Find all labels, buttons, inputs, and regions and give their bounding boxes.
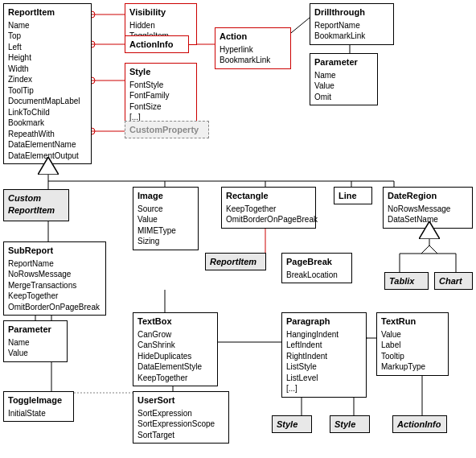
custom-property-box: CustomProperty [125,121,209,138]
toggleimage-box: ToggleImage InitialState [3,391,74,422]
parameter-sub-box: Parameter Name Value [3,320,68,362]
usersort-sorttarget: SortTarget [137,430,224,441]
report-item-tooltip: ToolTip [8,85,87,97]
report-item-repeatwith: RepeathWith [8,129,87,140]
actioninfo-ref-box: ActionInfo [392,415,447,433]
textbox-canshrink: CanShrink [137,340,213,351]
tablix-box: Tablix [384,272,429,290]
rectangle-title: Rectangle [226,190,311,202]
textrun-label: Label [381,340,444,351]
chart-box: Chart [434,272,473,290]
pagebreak-location: BreakLocation [286,270,347,281]
paragraph-liststyle: ListStyle [286,361,362,373]
rectangle-box: Rectangle KeepTogether OmitBorderOnPageB… [221,187,316,229]
image-mimetype: MIMEType [137,225,194,237]
diagram: ReportItem Name Top Left Height Width Zi… [0,0,476,458]
textrun-title: TextRun [381,316,444,328]
image-value: Value [137,214,194,225]
textbox-title: TextBox [137,316,213,328]
rectangle-omitborder: OmitBorderOnPageBreak [226,214,311,225]
textbox-cangrow: CanGrow [137,329,213,340]
paragraph-leftindent: LeftIndent [286,340,362,351]
style-ref1-title: Style [277,419,307,431]
inheritance-triangle-dateregion [419,221,440,239]
report-item-box: ReportItem Name Top Left Height Width Zi… [3,3,92,164]
image-box: Image Source Value MIMEType Sizing [133,187,199,250]
style-ref2-title: Style [334,419,365,431]
inheritance-triangle-main [38,157,59,175]
action-info-box: ActionInfo [125,35,189,53]
report-item-height: Height [8,52,87,64]
paragraph-more: [...] [286,383,362,394]
report-item-linktochild: LinkToChild [8,107,87,118]
action-bookmarklink: BookmarkLink [220,55,286,66]
custom-report-item-box: CustomReportItem [3,189,69,221]
image-source: Source [137,204,194,215]
usersort-sortexpr: SortExpression [137,408,224,419]
toggleimage-initialstate: InitialState [8,408,69,419]
drillthrough-box: Drillthrough ReportName BookmarkLink [310,3,394,45]
paragraph-box: Paragraph HangingIndent LeftIndent Right… [281,312,367,398]
svg-marker-47 [419,221,440,239]
pagebreak-box: PageBreak BreakLocation [281,253,352,283]
style-fontstyle: FontStyle [129,80,192,91]
chart-title: Chart [439,275,468,287]
subreport-title: SubReport [8,245,101,257]
style-ref2-box: Style [330,415,370,433]
image-sizing: Sizing [137,236,194,247]
svg-marker-46 [38,157,59,175]
custom-property-title: CustomProperty [129,124,204,136]
parameter-top-name: Name [314,70,373,81]
paragraph-rightindent: RightIndent [286,351,362,362]
drillthrough-title: Drillthrough [314,6,389,19]
report-item-ref-box: ReportItem [205,253,266,270]
report-item-ref-title: ReportItem [210,256,261,268]
subreport-keeptogether: KeepTogether [8,291,101,302]
subreport-norows: NoRowsMessage [8,269,101,280]
parameter-top-title: Parameter [314,56,373,68]
paragraph-title: Paragraph [286,316,362,328]
action-box: Action Hyperlink BookmarkLink [215,27,291,69]
subreport-reportname: ReportName [8,258,101,270]
parameter-sub-name: Name [8,337,63,349]
tablix-title: Tablix [389,275,424,287]
usersort-sortexprscope: SortExpressionScope [137,419,224,430]
action-title: Action [220,31,286,43]
rectangle-keeptogether: KeepTogether [226,204,311,215]
action-info-title: ActionInfo [129,39,184,51]
report-item-docmap: DocumentMapLabel [8,96,87,107]
drillthrough-bookmarklink: BookmarkLink [314,31,389,42]
paragraph-listlevel: ListLevel [286,373,362,384]
pagebreak-title: PageBreak [286,256,347,268]
textrun-box: TextRun Value Label Tooltip MarkupType [376,312,449,376]
action-hyperlink: Hyperlink [220,44,286,56]
textbox-hideduplicates: HideDuplicates [137,351,213,362]
parameter-top-value: Value [314,80,373,92]
report-item-dataelname: DataElementName [8,139,87,151]
date-region-title: DateRegion [388,190,468,202]
textrun-tooltip: Tooltip [381,351,444,362]
report-item-title: ReportItem [8,6,87,19]
style-ref1-box: Style [272,415,312,433]
line-title: Line [339,190,367,202]
style-fontsize: FontSize [129,101,192,113]
image-title: Image [137,190,194,202]
subreport-mergetrans: MergeTransactions [8,280,101,291]
report-item-name: Name [8,20,87,31]
parameter-top-omit: Omit [314,92,373,103]
style-title: Style [129,66,192,78]
custom-report-item-title: CustomReportItem [8,192,64,217]
subreport-box: SubReport ReportName NoRowsMessage Merge… [3,241,106,316]
date-region-norows: NoRowsMessage [388,204,468,215]
visibility-hidden: Hidden [129,20,192,31]
report-item-bookmark: Bookmark [8,118,87,129]
actioninfo-ref-title: ActionInfo [397,419,442,431]
textrun-value: Value [381,329,444,340]
report-item-width: Width [8,64,87,75]
style-fontfamily: FontFamily [129,90,192,101]
parameter-sub-title: Parameter [8,324,63,336]
textbox-box: TextBox CanGrow CanShrink HideDuplicates… [133,312,218,386]
usersort-box: UserSort SortExpression SortExpressionSc… [133,391,229,444]
textbox-dataelstyle: DataElementStyle [137,361,213,373]
toggleimage-title: ToggleImage [8,394,69,406]
